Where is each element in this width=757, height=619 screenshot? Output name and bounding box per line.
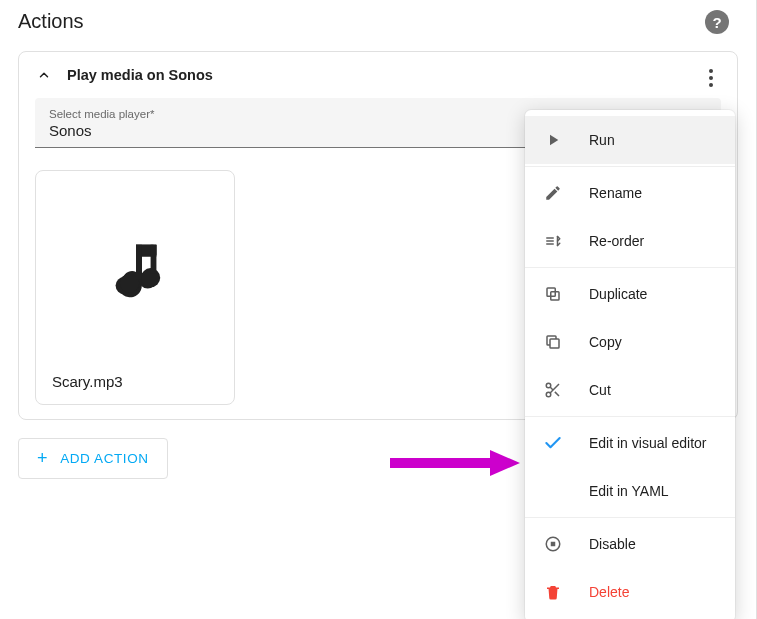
svg-rect-16 bbox=[551, 542, 556, 547]
divider bbox=[525, 166, 735, 167]
menu-disable[interactable]: Disable bbox=[525, 520, 735, 568]
menu-label: Edit in YAML bbox=[589, 483, 669, 499]
reorder-icon bbox=[543, 231, 563, 251]
menu-label: Disable bbox=[589, 536, 636, 552]
menu-label: Cut bbox=[589, 382, 611, 398]
menu-label: Re-order bbox=[589, 233, 644, 249]
duplicate-icon bbox=[543, 284, 563, 304]
pencil-icon bbox=[543, 183, 563, 203]
help-icon[interactable]: ? bbox=[705, 10, 729, 34]
context-menu: Run Rename Re-order Duplicate Copy Cut bbox=[525, 110, 735, 619]
music-note-icon bbox=[52, 187, 220, 355]
menu-delete[interactable]: Delete bbox=[525, 568, 735, 616]
menu-duplicate[interactable]: Duplicate bbox=[525, 270, 735, 318]
divider bbox=[525, 267, 735, 268]
svg-line-14 bbox=[550, 387, 553, 390]
disable-icon bbox=[543, 534, 563, 554]
add-action-button[interactable]: + ADD ACTION bbox=[18, 438, 168, 479]
play-icon bbox=[543, 130, 563, 150]
scissors-icon bbox=[543, 380, 563, 400]
svg-rect-9 bbox=[550, 339, 559, 348]
blank-icon bbox=[543, 481, 563, 501]
kebab-menu-button[interactable] bbox=[699, 66, 723, 90]
menu-label: Edit in visual editor bbox=[589, 435, 707, 451]
menu-reorder[interactable]: Re-order bbox=[525, 217, 735, 265]
svg-point-11 bbox=[546, 392, 551, 397]
card-title: Play media on Sonos bbox=[67, 67, 213, 83]
divider bbox=[525, 517, 735, 518]
menu-run[interactable]: Run bbox=[525, 116, 735, 164]
add-action-label: ADD ACTION bbox=[60, 451, 149, 466]
media-filename: Scary.mp3 bbox=[52, 373, 218, 390]
media-tile[interactable]: Scary.mp3 bbox=[35, 170, 235, 405]
section-title: Actions bbox=[18, 10, 738, 33]
menu-label: Delete bbox=[589, 584, 629, 600]
menu-cut[interactable]: Cut bbox=[525, 366, 735, 414]
menu-label: Duplicate bbox=[589, 286, 647, 302]
svg-rect-5 bbox=[136, 245, 142, 280]
svg-rect-6 bbox=[151, 245, 157, 274]
menu-label: Copy bbox=[589, 334, 622, 350]
menu-edit-visual[interactable]: Edit in visual editor bbox=[525, 419, 735, 467]
svg-point-3 bbox=[141, 268, 160, 287]
copy-icon bbox=[543, 332, 563, 352]
menu-label: Rename bbox=[589, 185, 642, 201]
divider bbox=[525, 416, 735, 417]
menu-edit-yaml[interactable]: Edit in YAML bbox=[525, 467, 735, 515]
menu-rename[interactable]: Rename bbox=[525, 169, 735, 217]
menu-copy[interactable]: Copy bbox=[525, 318, 735, 366]
svg-point-10 bbox=[546, 383, 551, 388]
card-header[interactable]: Play media on Sonos bbox=[19, 52, 737, 98]
svg-line-13 bbox=[555, 392, 559, 396]
chevron-up-icon[interactable] bbox=[35, 66, 53, 84]
menu-label: Run bbox=[589, 132, 615, 148]
trash-icon bbox=[543, 582, 563, 602]
check-icon bbox=[543, 433, 563, 453]
